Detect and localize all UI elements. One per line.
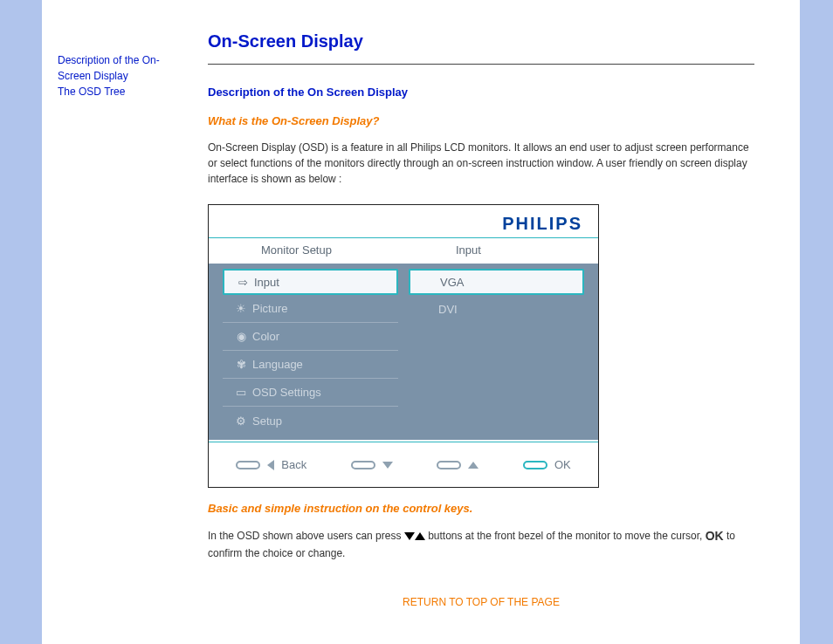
input-icon: ⇨ (231, 276, 254, 289)
osd-left-header: Monitor Setup (209, 243, 403, 257)
intro-paragraph: On-Screen Display (OSD) is a feature in … (208, 140, 754, 187)
triangle-up-icon (468, 462, 478, 469)
instruction-heading: Basic and simple instruction on the cont… (208, 502, 754, 515)
back-label: Back (281, 458, 306, 471)
osd-item-label: Setup (252, 414, 282, 428)
osd-item-picture[interactable]: ☀ Picture (223, 295, 398, 323)
osd-item-color[interactable]: ◉ Color (223, 323, 398, 351)
divider (208, 64, 754, 65)
triangle-down-icon (382, 462, 393, 469)
left-accent-bar (0, 0, 42, 644)
triangle-down-icon (404, 532, 415, 540)
instr-text-2: buttons at the front bezel of the monito… (428, 530, 702, 542)
instruction-paragraph: In the OSD shown above users can press b… (208, 527, 754, 561)
osd-panel: PHILIPS Monitor Setup Input ⇨ Input ☀ (208, 204, 599, 488)
pill-icon (523, 461, 547, 469)
brand-logo: PHILIPS (502, 214, 582, 233)
osd-right-header: Input (403, 243, 598, 257)
osd-item-label: Picture (252, 302, 287, 315)
pill-icon (437, 461, 461, 469)
osd-item-label: OSD Settings (252, 386, 321, 399)
osd-item-language[interactable]: ✾ Language (223, 351, 398, 379)
osd-option-vga[interactable]: VGA (409, 269, 584, 295)
pill-icon (351, 461, 375, 469)
language-icon: ✾ (230, 358, 252, 371)
screen-icon: ▭ (230, 386, 252, 399)
triangle-left-icon (267, 460, 274, 470)
gear-icon: ⚙ (230, 414, 252, 428)
ok-label: OK (554, 458, 571, 471)
page-title: On-Screen Display (208, 31, 754, 51)
osd-option-dvi[interactable]: DVI (409, 295, 584, 323)
osd-ok-button[interactable]: OK (523, 458, 571, 471)
sidebar-link-description[interactable]: Description of the On-Screen Display (58, 52, 190, 84)
pill-icon (236, 461, 260, 469)
return-to-top-link[interactable]: RETURN TO TOP OF THE PAGE (403, 596, 560, 608)
osd-item-label: Input (254, 276, 279, 289)
osd-item-input[interactable]: ⇨ Input (223, 269, 398, 295)
osd-option-label: DVI (438, 303, 458, 316)
question-heading: What is the On-Screen Display? (208, 114, 754, 127)
osd-option-label: VGA (440, 276, 464, 289)
osd-item-label: Color (252, 330, 279, 343)
osd-left-menu: ⇨ Input ☀ Picture ◉ Color ✾ (217, 269, 403, 435)
osd-down-button[interactable] (351, 461, 393, 469)
osd-back-button[interactable]: Back (236, 458, 306, 471)
instr-text-1: In the OSD shown above users can press (208, 530, 401, 542)
osd-item-setup[interactable]: ⚙ Setup (223, 407, 398, 435)
triangle-up-icon (415, 532, 425, 540)
sidebar-link-osd-tree[interactable]: The OSD Tree (58, 84, 190, 99)
ok-glyph: OK (706, 529, 724, 543)
osd-item-osd-settings[interactable]: ▭ OSD Settings (223, 379, 398, 407)
brightness-icon: ☀ (230, 302, 252, 315)
section-heading: Description of the On Screen Display (208, 86, 754, 99)
osd-right-menu: VGA DVI (403, 269, 589, 435)
globe-icon: ◉ (230, 330, 252, 343)
osd-item-label: Language (252, 358, 303, 371)
sidebar-nav: Description of the On-Screen Display The… (42, 0, 199, 644)
osd-button-row: Back OK (209, 442, 598, 487)
osd-up-button[interactable] (437, 461, 478, 469)
right-accent-bar (805, 0, 833, 644)
main-content: On-Screen Display Description of the On … (199, 0, 789, 644)
